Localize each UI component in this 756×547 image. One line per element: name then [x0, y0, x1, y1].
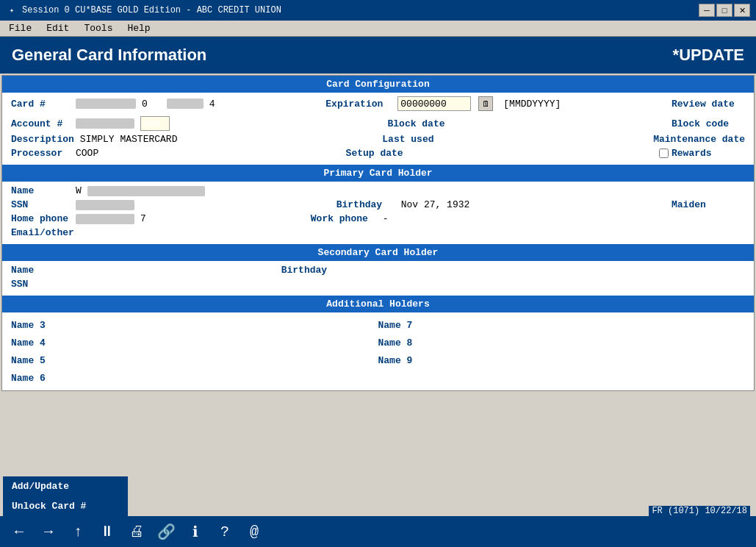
rewards-container: Rewards — [659, 148, 745, 159]
card-val2: 4 — [209, 99, 215, 110]
description-row: Description SIMPLY MASTERCARD Last used … — [2, 132, 754, 146]
additional-holders-header: Additional Holders — [2, 296, 754, 312]
secondary-birthday-label: Birthday — [281, 265, 340, 276]
menu-file[interactable]: File — [3, 21, 37, 35]
primary-ssn-row: SSN Birthday Nov 27, 1932 Maiden — [2, 198, 754, 212]
up-button[interactable]: ↑ — [68, 521, 88, 542]
name7-label: Name 7 — [378, 320, 452, 331]
account-masked — [76, 118, 134, 129]
name6-label: Name 6 — [11, 373, 84, 384]
card-label: Card # — [11, 99, 70, 110]
menu-tools[interactable]: Tools — [78, 21, 118, 35]
card-value-masked — [76, 99, 136, 109]
name6-row: Name 6 — [11, 370, 378, 386]
block-date-label: Block date — [388, 118, 454, 129]
secondary-name-label: Name — [11, 265, 70, 276]
primary-name-row: Name W — [2, 182, 754, 198]
app-wrapper: ✦ Session 0 CU*BASE GOLD Edition - ABC C… — [0, 0, 756, 547]
main-panel: Card Configuration Card # 0 4 Expiration… — [1, 75, 755, 391]
primary-name-masked — [87, 186, 205, 196]
expiration-format: [MMDDYYYY] — [503, 99, 561, 110]
primary-maiden-label: Maiden — [672, 199, 745, 210]
pause-button[interactable]: ⏸ — [97, 521, 118, 542]
title-bar: ✦ Session 0 CU*BASE GOLD Edition - ABC C… — [0, 0, 756, 21]
primary-birthday-label: Birthday — [336, 199, 395, 210]
name8-row: Name 8 — [378, 335, 746, 351]
card-value2-masked — [167, 99, 204, 109]
forward-button[interactable]: → — [38, 521, 59, 542]
rewards-checkbox[interactable] — [659, 149, 669, 158]
maintenance-date-label: Maintenance date — [653, 134, 745, 145]
home-phone-suffix: 7 — [140, 213, 146, 224]
primary-ssn-label: SSN — [11, 199, 70, 210]
status-text: FR (1071) 10/22/18 — [652, 506, 747, 516]
expiration-input[interactable] — [397, 96, 471, 111]
primary-holder-header: Primary Card Holder — [2, 165, 754, 182]
secondary-holder-header: Secondary Card Holder — [2, 244, 754, 261]
home-phone-masked — [76, 214, 134, 224]
review-date-label: Review date — [672, 99, 745, 110]
secondary-ssn-label: SSN — [11, 279, 70, 290]
rewards-label: Rewards — [672, 148, 745, 159]
home-phone-label: Home phone — [11, 213, 70, 224]
close-button[interactable]: ✕ — [734, 4, 750, 17]
menu-edit[interactable]: Edit — [40, 21, 75, 35]
primary-phone-row: Home phone 7 Work phone - — [2, 212, 754, 226]
account-row: Account # Block date Block code — [2, 115, 754, 132]
email-button[interactable]: @ — [244, 521, 264, 542]
window-title: Session 0 CU*BASE GOLD Edition - ABC CRE… — [22, 5, 281, 15]
email-label: Email/other — [11, 227, 74, 238]
status-bar: FR (1071) 10/22/18 — [649, 506, 750, 516]
back-button[interactable]: ← — [9, 521, 29, 542]
processor-label: Processor — [11, 148, 70, 159]
calendar-button[interactable]: 🗓 — [478, 96, 493, 111]
processor-value: COOP — [76, 148, 98, 159]
print-button[interactable]: 🖨 — [126, 521, 147, 542]
secondary-ssn-row: SSN — [2, 277, 754, 296]
card-config-header: Card Configuration — [2, 76, 754, 93]
setup-date-label: Setup date — [346, 148, 412, 159]
name5-row: Name 5 — [11, 352, 378, 368]
name9-row: Name 9 — [378, 352, 746, 368]
description-value: SIMPLY MASTERCARD — [80, 134, 178, 145]
link-button[interactable]: 🔗 — [156, 521, 176, 542]
card-row: Card # 0 4 Expiration 🗓 [MMDDYYYY] Revie… — [2, 93, 754, 115]
page-title: General Card Information — [12, 46, 206, 65]
block-code-label: Block code — [672, 118, 745, 129]
processor-row: Processor COOP Setup date Rewards — [2, 146, 754, 165]
secondary-name-row: Name Birthday — [2, 261, 754, 277]
title-bar-left: ✦ Session 0 CU*BASE GOLD Edition - ABC C… — [6, 4, 281, 16]
bottom-buttons: Add/Update Unlock Card # — [3, 476, 128, 516]
primary-name-prefix: W — [76, 185, 82, 196]
title-bar-controls: ─ □ ✕ — [699, 4, 750, 17]
info-button[interactable]: ℹ — [185, 521, 206, 542]
restore-button[interactable]: □ — [716, 4, 732, 17]
app-icon: ✦ — [6, 4, 18, 16]
name4-row: Name 4 — [11, 335, 378, 351]
work-phone-value: - — [383, 213, 389, 224]
additional-holders-grid: Name 3 Name 7 Name 4 Name 8 Name 5 Name … — [2, 312, 754, 390]
work-phone-label: Work phone — [311, 213, 377, 224]
page-action: *UPDATE — [673, 46, 744, 65]
name4-label: Name 4 — [11, 337, 84, 348]
name9-label: Name 9 — [378, 355, 452, 366]
primary-ssn-masked — [76, 200, 134, 210]
help-button[interactable]: ? — [215, 521, 235, 542]
account-highlighted[interactable] — [140, 116, 170, 131]
unlock-card-button[interactable]: Unlock Card # — [3, 496, 128, 516]
account-label: Account # — [11, 118, 70, 129]
name7-row: Name 7 — [378, 317, 746, 333]
card-val1: 0 — [142, 99, 148, 110]
primary-birthday-value: Nov 27, 1932 — [401, 199, 470, 210]
minimize-button[interactable]: ─ — [699, 4, 715, 17]
primary-email-row: Email/other — [2, 226, 754, 244]
header-bar: General Card Information *UPDATE — [0, 37, 756, 74]
menu-bar: File Edit Tools Help — [0, 21, 756, 37]
name5-label: Name 5 — [11, 355, 84, 366]
expiration-label: Expiration — [325, 99, 392, 110]
add-update-button[interactable]: Add/Update — [3, 476, 128, 496]
menu-help[interactable]: Help — [121, 21, 156, 35]
last-used-label: Last used — [382, 134, 448, 145]
name3-row: Name 3 — [11, 317, 378, 333]
name3-label: Name 3 — [11, 320, 84, 331]
